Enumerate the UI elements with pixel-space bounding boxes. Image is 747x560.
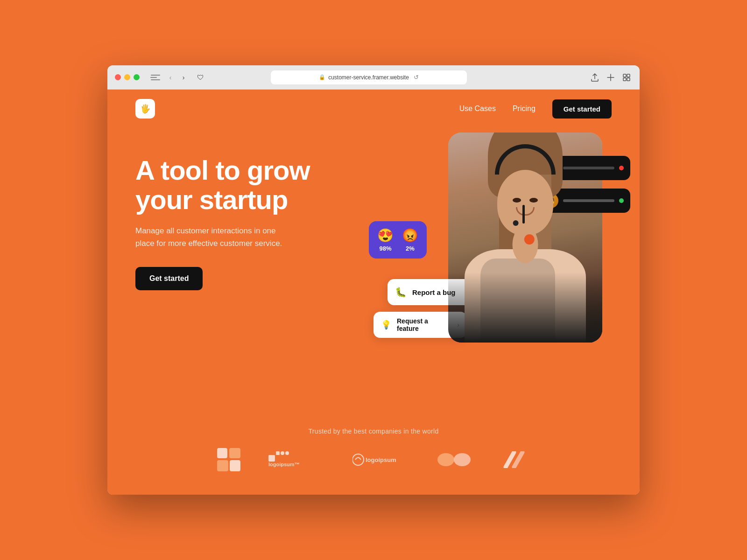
minimize-button[interactable] bbox=[124, 74, 130, 80]
svg-rect-0 bbox=[623, 74, 626, 77]
agent-status-bar-2 bbox=[563, 199, 614, 202]
logo-3: logoipsum bbox=[352, 453, 409, 467]
happy-emoji: 😍 bbox=[377, 228, 394, 243]
svg-point-16 bbox=[454, 453, 471, 466]
agent-status-dot-1 bbox=[619, 166, 624, 170]
logo-1 bbox=[217, 448, 240, 471]
svg-text:logoipsum™: logoipsum™ bbox=[268, 462, 300, 467]
address-bar[interactable]: 🔒 customer-service.framer.website ↺ bbox=[271, 70, 467, 84]
reload-icon[interactable]: ↺ bbox=[414, 74, 419, 81]
pricing-link[interactable]: Pricing bbox=[513, 105, 536, 113]
share-button[interactable] bbox=[589, 72, 600, 83]
svg-rect-9 bbox=[276, 451, 280, 455]
svg-rect-5 bbox=[229, 448, 240, 458]
svg-rect-4 bbox=[217, 448, 227, 458]
shield-icon: 🛡 bbox=[194, 71, 207, 84]
sidebar-toggle-button[interactable] bbox=[149, 73, 162, 82]
svg-rect-3 bbox=[627, 78, 630, 81]
trusted-title: Trusted by the best companies in the wor… bbox=[309, 427, 439, 435]
nav-links: Use Cases Pricing Get started bbox=[459, 99, 612, 119]
agent-status-dot-2 bbox=[619, 198, 624, 203]
browser-controls: ‹ › bbox=[149, 73, 188, 82]
trusted-section: Trusted by the best companies in the wor… bbox=[107, 413, 640, 495]
svg-rect-2 bbox=[623, 78, 626, 81]
close-button[interactable] bbox=[115, 74, 121, 80]
svg-rect-8 bbox=[268, 455, 275, 462]
hero-title: A tool to grow your startup bbox=[135, 156, 310, 214]
happy-percentage: 98% bbox=[379, 245, 391, 252]
browser-actions bbox=[589, 72, 632, 83]
hero-content: A tool to grow your startup Manage all c… bbox=[135, 137, 310, 290]
svg-rect-1 bbox=[627, 74, 630, 77]
nav-get-started-button[interactable]: Get started bbox=[552, 99, 612, 119]
lightbulb-icon: 💡 bbox=[381, 320, 391, 330]
svg-rect-10 bbox=[281, 451, 284, 455]
new-tab-button[interactable] bbox=[605, 72, 616, 83]
logo-5 bbox=[502, 451, 530, 468]
svg-rect-6 bbox=[217, 460, 228, 471]
angry-rating: 😡 2% bbox=[402, 228, 418, 252]
bug-icon: 🐛 bbox=[395, 287, 407, 298]
svg-point-15 bbox=[437, 453, 454, 466]
svg-point-13 bbox=[352, 454, 364, 465]
logos-row: logoipsum™ logoipsum bbox=[217, 448, 530, 471]
lock-icon: 🔒 bbox=[319, 74, 325, 80]
svg-rect-11 bbox=[285, 451, 289, 455]
hero-visual: 👩 👨 😍 98% bbox=[364, 128, 626, 352]
logo-4 bbox=[437, 451, 474, 468]
navigation: 🖐️ Use Cases Pricing Get started bbox=[107, 90, 640, 128]
angry-emoji: 😡 bbox=[402, 228, 418, 243]
hero-get-started-button[interactable]: Get started bbox=[135, 267, 203, 290]
hero-subtitle: Manage all customer interactions in one … bbox=[135, 224, 294, 250]
browser-window: ‹ › 🛡 🔒 customer-service.framer.website … bbox=[107, 65, 640, 495]
forward-button[interactable]: › bbox=[179, 73, 188, 82]
svg-text:logoipsum: logoipsum bbox=[366, 456, 396, 463]
happy-rating: 😍 98% bbox=[377, 228, 394, 252]
use-cases-link[interactable]: Use Cases bbox=[459, 105, 496, 113]
angry-percentage: 2% bbox=[406, 245, 415, 252]
browser-toolbar: ‹ › 🛡 🔒 customer-service.framer.website … bbox=[107, 65, 640, 90]
request-feature-label: Request a feature bbox=[397, 317, 451, 332]
svg-rect-7 bbox=[230, 460, 240, 471]
agent-status-bar-1 bbox=[563, 167, 614, 169]
emoji-rating-card: 😍 98% 😡 2% bbox=[369, 221, 427, 259]
url-text: customer-service.framer.website bbox=[328, 74, 409, 81]
website-content: 🖐️ Use Cases Pricing Get started A tool … bbox=[107, 90, 640, 495]
back-button[interactable]: ‹ bbox=[166, 73, 175, 82]
logo[interactable]: 🖐️ bbox=[135, 99, 155, 119]
maximize-button[interactable] bbox=[134, 74, 140, 80]
logo-2: logoipsum™ bbox=[268, 451, 324, 468]
hero-section: A tool to grow your startup Manage all c… bbox=[107, 128, 640, 413]
grid-button[interactable] bbox=[621, 72, 632, 83]
traffic-lights bbox=[115, 74, 140, 80]
